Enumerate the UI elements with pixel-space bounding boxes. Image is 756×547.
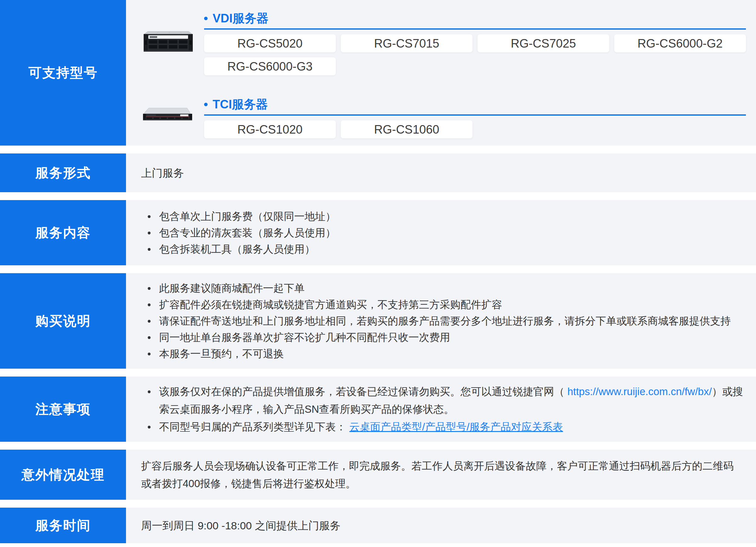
list-item: 本服务一旦预约，不可退换	[141, 346, 747, 362]
model-chip: RG-CS1020	[204, 120, 336, 138]
list-item: 包含拆装机工具（服务人员使用）	[141, 241, 747, 257]
row-supported-models: 可支持型号	[0, 0, 756, 146]
product-mapping-table-link[interactable]: 云桌面产品类型/产品型号/服务产品对应关系表	[349, 421, 563, 433]
row-label-supported-models: 可支持型号	[0, 0, 126, 146]
service-detail-table: 可支持型号	[0, 0, 756, 547]
supported-models-content: VDI服务器 RG-CS5020 RG-CS7015 RG-CS7025 RG-…	[126, 0, 756, 146]
model-chip: RG-CS6000-G2	[614, 34, 746, 52]
notices-list: 该服务仅对在保的产品提供增值服务，若设备已经过保请勿购买。您可以通过锐捷官网（ …	[126, 377, 756, 442]
service-content-list: 包含单次上门服务费（仅限同一地址） 包含专业的清灰套装（服务人员使用） 包含拆装…	[126, 200, 756, 265]
model-chip: RG-CS1060	[341, 120, 473, 138]
row-label-service-time: 服务时间	[0, 508, 126, 543]
list-item: 此服务建议随商城配件一起下单	[141, 280, 747, 297]
row-label-notices: 注意事项	[0, 377, 126, 442]
tci-server-group: TCI服务器 RG-CS1020 RG-CS1060	[204, 97, 746, 138]
model-chip: RG-CS5020	[204, 34, 336, 52]
row-service-time: 服务时间 周一到周日 9:00 -18:00 之间提供上门服务	[0, 508, 756, 543]
row-label-incident-handling: 意外情况处理	[0, 450, 126, 500]
notice-text: 该服务仅对在保的产品提供增值服务，若设备已经过保请勿购买。您可以通过锐捷官网（	[159, 386, 567, 397]
row-label-service-content: 服务内容	[0, 200, 126, 265]
model-chip: RG-CS6000-G3	[204, 57, 336, 75]
incident-handling-content: 扩容后服务人员会现场确认设备可正常工作，即完成服务。若工作人员离开后遇设备故障，…	[126, 450, 756, 500]
list-item: 包含专业的清灰套装（服务人员使用）	[141, 225, 747, 241]
list-item: 请保证配件寄送地址和上门服务地址相同，若购买的服务产品需要分多个地址进行服务，请…	[141, 313, 747, 329]
service-form-content: 上门服务	[126, 153, 756, 192]
list-item: 扩容配件必须在锐捷商城或锐捷官方通道购买，不支持第三方采购配件扩容	[141, 297, 747, 313]
vdi-2u-server-image	[141, 29, 195, 54]
vdi-server-header: VDI服务器	[204, 11, 746, 30]
vdi-server-group: VDI服务器 RG-CS5020 RG-CS7015 RG-CS7025 RG-…	[204, 0, 746, 75]
list-item: 不同型号归属的产品系列类型详见下表：云桌面产品类型/产品型号/服务产品对应关系表	[141, 418, 747, 436]
row-label-purchase-notes: 购买说明	[0, 273, 126, 369]
vdi-model-chips: RG-CS5020 RG-CS7015 RG-CS7025 RG-CS6000-…	[204, 34, 746, 75]
bullet-icon	[204, 103, 208, 106]
tci-server-header: TCI服务器	[204, 97, 746, 116]
service-form-text: 上门服务	[141, 165, 184, 181]
row-purchase-notes: 购买说明 此服务建议随商城配件一起下单 扩容配件必须在锐捷商城或锐捷官方通道购买…	[0, 273, 756, 369]
purchase-notes-list: 此服务建议随商城配件一起下单 扩容配件必须在锐捷商城或锐捷官方通道购买，不支持第…	[126, 273, 756, 369]
model-chip: RG-CS7025	[478, 34, 609, 52]
row-label-service-form: 服务形式	[0, 153, 126, 192]
row-notices: 注意事项 该服务仅对在保的产品提供增值服务，若设备已经过保请勿购买。您可以通过锐…	[0, 377, 756, 442]
warranty-check-link[interactable]: https://www.ruijie.com.cn/fw/bx/	[567, 386, 712, 397]
row-service-form: 服务形式 上门服务	[0, 153, 756, 192]
notice-text: 不同型号归属的产品系列类型详见下表：	[159, 421, 346, 433]
row-incident-handling: 意外情况处理 扩容后服务人员会现场确认设备可正常工作，即完成服务。若工作人员离开…	[0, 450, 756, 500]
model-chip: RG-CS7015	[341, 34, 473, 52]
tci-model-chips: RG-CS1020 RG-CS1060	[204, 120, 746, 138]
list-item: 包含单次上门服务费（仅限同一地址）	[141, 208, 747, 225]
incident-handling-text: 扩容后服务人员会现场确认设备可正常工作，即完成服务。若工作人员离开后遇设备故障，…	[141, 457, 741, 492]
row-service-content: 服务内容 包含单次上门服务费（仅限同一地址） 包含专业的清灰套装（服务人员使用）…	[0, 200, 756, 265]
list-item: 同一地址单台服务器单次扩容不论扩几种不同配件只收一次费用	[141, 329, 747, 346]
tci-1u-server-image	[141, 107, 194, 123]
list-item: 该服务仅对在保的产品提供增值服务，若设备已经过保请勿购买。您可以通过锐捷官网（ …	[141, 383, 747, 418]
tci-server-title: TCI服务器	[213, 97, 268, 111]
vdi-server-title: VDI服务器	[213, 11, 268, 25]
service-time-text: 周一到周日 9:00 -18:00 之间提供上门服务	[141, 517, 341, 534]
bullet-icon	[204, 17, 208, 20]
service-time-content: 周一到周日 9:00 -18:00 之间提供上门服务	[126, 508, 756, 543]
